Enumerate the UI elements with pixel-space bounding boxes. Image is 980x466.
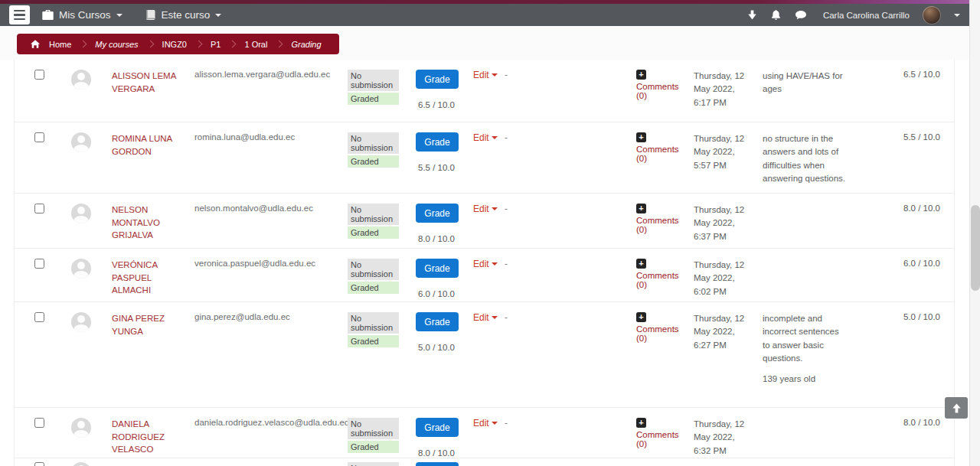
submission-status-badge: No submission xyxy=(348,462,399,466)
grading-status-badge: Graded xyxy=(348,155,399,168)
table-row: NELSON MONTALVO GRIJALVA nelson.montalvo… xyxy=(15,194,954,249)
last-modified-date: Thursday, 12 May 2022, 5:57 PM xyxy=(690,132,759,172)
comments-link[interactable]: Comments (0) xyxy=(636,145,679,163)
breadcrumb-activity[interactable]: 1 Oral xyxy=(240,40,271,49)
grade-button[interactable]: Grade xyxy=(416,418,459,437)
vertical-scrollbar[interactable] xyxy=(969,0,980,466)
row-select-checkbox[interactable] xyxy=(34,259,44,269)
table-row: GINA PEREZ YUNGA gina.perez@udla.edu.ec … xyxy=(15,302,954,408)
student-avatar xyxy=(71,462,91,466)
grading-status-badge: Graded xyxy=(348,441,399,453)
status-cell: No submission Graded xyxy=(344,204,413,240)
breadcrumb-home[interactable]: Home xyxy=(45,40,75,49)
name-cell: ALISSON LEMA VERGARA xyxy=(108,70,191,95)
student-name-link[interactable]: VERÓNICA PASPUEL ALMACHI xyxy=(112,260,157,295)
edit-menu[interactable]: Edit xyxy=(473,132,498,143)
last-modified-date: Thursday, 12 May 2022, 6:32 PM xyxy=(690,418,759,458)
comments-link[interactable]: Comments (0) xyxy=(636,271,679,289)
avatar-cell xyxy=(68,70,108,90)
row-select-checkbox[interactable] xyxy=(34,418,44,428)
student-avatar xyxy=(71,70,91,90)
bell-icon[interactable] xyxy=(770,9,782,21)
row-select-checkbox[interactable] xyxy=(34,70,44,80)
nav-menu-mis-cursos[interactable]: Mis Cursos xyxy=(42,9,122,21)
add-comment-plus-icon[interactable]: + xyxy=(636,312,646,322)
grade-button[interactable]: Grade xyxy=(416,204,459,223)
edit-menu[interactable]: Edit xyxy=(473,204,498,214)
add-comment-plus-icon[interactable]: + xyxy=(636,70,646,80)
edit-menu[interactable]: Edit xyxy=(473,312,498,323)
edit-menu[interactable]: Edit xyxy=(473,70,498,80)
final-grade: 8.0 / 10.0 xyxy=(851,418,954,427)
comments-link[interactable]: Comments (0) xyxy=(636,82,679,100)
submission-status-badge: No submission xyxy=(348,259,399,280)
current-grade: 8.0 / 10.0 xyxy=(416,448,469,458)
student-email: alisson.lema.vergara@udla.edu.ec xyxy=(191,70,344,79)
edit-menu[interactable]: Edit xyxy=(473,259,498,269)
table-row: ALISSON LEMA VERGARA alisson.lema.vergar… xyxy=(15,60,954,122)
breadcrumb-course[interactable]: INGZ0 xyxy=(158,40,191,49)
edit-cell: Edit xyxy=(469,204,500,214)
grade-cell: Grade 5.5 / 10.0 xyxy=(413,132,469,172)
current-grade: 6.5 / 10.0 xyxy=(416,100,469,109)
grade-button[interactable]: Grade xyxy=(416,312,459,331)
edit-menu[interactable]: Edit xyxy=(473,418,498,429)
hamburger-menu-button[interactable] xyxy=(9,5,30,24)
select-cell xyxy=(15,204,68,215)
last-modified-date: Thursday, 12 May 2022, 6:27 PM xyxy=(690,312,759,352)
breadcrumb-my-courses[interactable]: My courses xyxy=(91,40,142,49)
edit-caret-icon xyxy=(492,422,498,428)
student-name-link[interactable]: GINA PEREZ YUNGA xyxy=(112,314,165,336)
user-menu-caret-icon[interactable] xyxy=(954,14,960,20)
grading-status-badge: Graded xyxy=(348,93,399,105)
student-avatar xyxy=(71,259,91,279)
comments-cell: + Comments (0) xyxy=(630,312,690,343)
comments-link[interactable]: Comments (0) xyxy=(636,324,679,343)
comments-link[interactable]: Comments (0) xyxy=(636,430,679,448)
plugins-placeholder: - xyxy=(500,418,630,427)
add-comment-plus-icon[interactable]: + xyxy=(636,259,646,269)
student-name-link[interactable]: ROMINA LUNA GORDON xyxy=(112,134,172,156)
status-cell: No submission Graded xyxy=(344,70,413,106)
add-comment-plus-icon[interactable]: + xyxy=(636,418,646,428)
plugins-placeholder: - xyxy=(500,204,630,213)
nav-menu-label: Mis Cursos xyxy=(59,9,111,21)
chat-icon[interactable] xyxy=(795,10,807,21)
download-arrow-icon[interactable] xyxy=(747,10,757,20)
grade-cell: Grade xyxy=(413,462,469,466)
comments-link[interactable]: Comments (0) xyxy=(636,216,679,234)
row-select-checkbox[interactable] xyxy=(34,312,44,322)
user-avatar[interactable] xyxy=(923,6,941,24)
add-comment-plus-icon[interactable]: + xyxy=(636,132,646,142)
last-modified-date: Thursday, 12 May 2022, 6:02 PM xyxy=(690,259,759,298)
row-select-checkbox[interactable] xyxy=(34,204,44,213)
edit-caret-icon xyxy=(492,207,498,213)
student-email: gina.perez@udla.edu.ec xyxy=(191,312,344,321)
submission-status-badge: No submission xyxy=(348,204,399,225)
student-name-link[interactable]: DANIELA RODRIGUEZ VELASCO xyxy=(112,419,165,454)
status-cell: No submission Graded xyxy=(344,312,413,349)
grade-button[interactable]: Grade xyxy=(416,259,459,278)
add-comment-plus-icon[interactable]: + xyxy=(636,204,646,213)
back-to-top-button[interactable] xyxy=(945,397,968,419)
home-icon xyxy=(31,40,40,48)
status-cell: No submission Graded xyxy=(344,418,413,455)
submission-status-badge: No submission xyxy=(348,132,399,154)
student-name-link[interactable]: ALISSON LEMA VERGARA xyxy=(112,71,176,93)
scrollbar-thumb[interactable] xyxy=(971,205,980,291)
avatar-cell xyxy=(68,418,108,438)
row-select-checkbox[interactable] xyxy=(34,462,44,466)
row-select-checkbox[interactable] xyxy=(34,132,44,142)
avatar-cell xyxy=(68,132,108,152)
student-name-link[interactable]: NELSON MONTALVO GRIJALVA xyxy=(112,205,160,240)
grade-button[interactable]: Grade xyxy=(416,462,459,466)
avatar-cell xyxy=(68,259,108,279)
grade-button[interactable]: Grade xyxy=(416,132,459,152)
grade-button[interactable]: Grade xyxy=(416,70,459,89)
chevron-down-icon xyxy=(215,14,221,20)
breadcrumb-period[interactable]: P1 xyxy=(207,40,224,49)
student-avatar xyxy=(71,204,91,223)
avatar-cell xyxy=(68,312,108,332)
nav-menu-este-curso[interactable]: Este curso xyxy=(145,9,222,21)
submission-status-badge: No submission xyxy=(348,70,399,91)
